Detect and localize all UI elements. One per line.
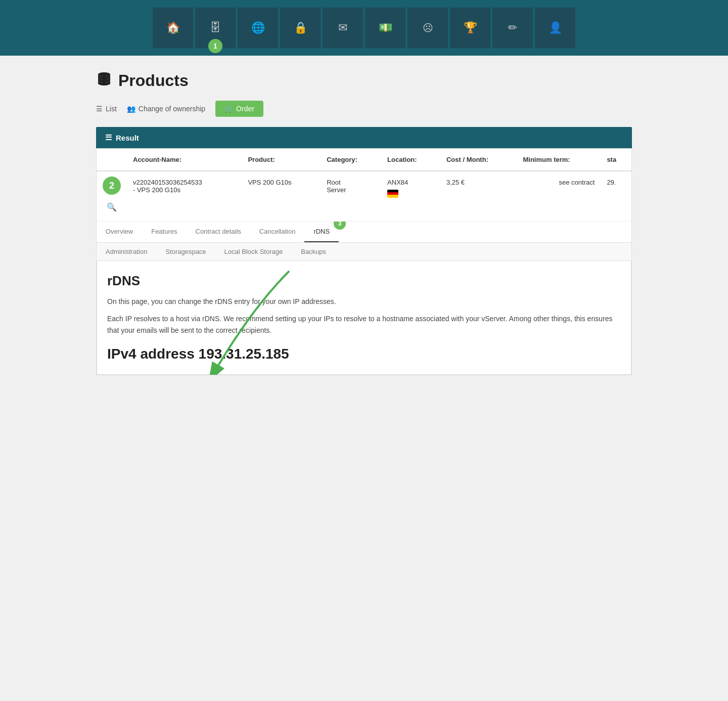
table-row: 2 🔍 v220240153036254533 - VPS 200 G10s V… — [97, 171, 631, 222]
row-location-cell: ANX84 — [381, 171, 440, 222]
nav-billing[interactable]: 💵 — [365, 8, 405, 48]
page-header: Products — [96, 71, 632, 91]
list-icon: ☰ — [96, 105, 103, 113]
order-button[interactable]: 🛒 Order — [215, 101, 263, 117]
ipv4-label: IPv4 address — [107, 346, 195, 362]
home-icon: 🏠 — [166, 21, 180, 34]
col-product: Product: — [242, 149, 321, 171]
ownership-label: Change of ownership — [139, 105, 205, 113]
category-line2: Server — [327, 186, 375, 194]
ownership-link[interactable]: 👥 Change of ownership — [127, 105, 205, 113]
nav-domains[interactable]: 🌐 — [238, 8, 278, 48]
tab-features[interactable]: Features — [142, 222, 186, 242]
ipv4-title: IPv4 address 193.31.25.185 — [107, 346, 621, 362]
sub-tab-storagespace[interactable]: Storagespace — [156, 243, 215, 260]
main-tabs: Overview Features Contract details Cance… — [97, 222, 631, 243]
lock-icon: 🔒 — [294, 21, 307, 34]
sub-tab-storagespace-label: Storagespace — [165, 248, 206, 255]
order-label: Order — [236, 105, 254, 113]
account-id: v220240153036254533 — [133, 179, 236, 186]
database-icon: 🗄 — [210, 21, 221, 34]
mail-icon: ✉ — [338, 21, 347, 34]
rdns-title: rDNS — [107, 273, 621, 289]
support-icon: ☹ — [423, 22, 433, 34]
nav-profile[interactable]: 👤 — [535, 8, 575, 48]
row-account-name-cell: v220240153036254533 - VPS 200 G10s — [127, 171, 242, 222]
nav-home[interactable]: 🏠 — [153, 8, 193, 48]
edit-icon: ✏ — [508, 21, 517, 34]
tab-rdns-label: rDNS — [313, 228, 330, 235]
row-search-button[interactable]: 🔍 — [105, 200, 119, 214]
sub-tabs: Administration Storagespace Local Block … — [97, 243, 631, 261]
tab-rdns-badge: 3 — [334, 222, 346, 230]
result-header: ☰ Result — [96, 127, 632, 148]
page-header-icon — [96, 71, 112, 91]
svg-point-0 — [98, 72, 110, 76]
col-cost: Cost / Month: — [440, 149, 517, 171]
result-label: Result — [116, 134, 139, 142]
cart-icon: 🛒 — [224, 105, 233, 113]
trophy-icon: 🏆 — [464, 21, 477, 34]
page-title: Products — [118, 71, 189, 90]
nav-security[interactable]: 🔒 — [280, 8, 321, 48]
ownership-icon: 👥 — [127, 105, 135, 113]
tab-rdns[interactable]: rDNS 3 — [304, 222, 339, 242]
tab-overview-label: Overview — [106, 228, 133, 235]
action-bar: ☰ List 👥 Change of ownership 🛒 Order — [96, 101, 632, 117]
result-table-container: Account-Name: Product: Category: Locatio… — [96, 148, 632, 375]
row-cost-cell: 3,25 € — [440, 171, 517, 222]
result-list-icon: ☰ — [105, 133, 112, 142]
row-number-badge: 2 — [103, 177, 121, 195]
top-navigation: 🏠 🗄 1 🌐 🔒 ✉ 💵 ☹ 🏆 ✏ 👤 — [0, 0, 728, 56]
sub-tab-backups[interactable]: Backups — [292, 243, 335, 260]
ipv4-section: IPv4 address 193.31.25.185 — [107, 346, 621, 362]
rdns-description-2: Each IP resolves to a host via rDNS. We … — [107, 313, 621, 336]
category-line1: Root — [327, 179, 375, 186]
sub-tab-local-block-label: Local Block Storage — [224, 248, 283, 255]
list-label: List — [106, 105, 117, 113]
profile-icon: 👤 — [549, 21, 562, 34]
sub-tab-local-block[interactable]: Local Block Storage — [215, 243, 292, 260]
nav-edit[interactable]: ✏ — [492, 8, 533, 48]
col-location: Location: — [381, 149, 440, 171]
account-name-sub: - VPS 200 G10s — [133, 186, 236, 194]
location-value: ANX84 — [387, 179, 434, 186]
row-category-cell: Root Server — [321, 171, 381, 222]
nav-awards[interactable]: 🏆 — [450, 8, 490, 48]
col-status: sta — [601, 149, 631, 171]
billing-icon: 💵 — [379, 21, 392, 34]
minimum-term-value: see contract — [523, 179, 595, 186]
tab-contract-label: Contract details — [196, 228, 241, 235]
tab-cancellation[interactable]: Cancellation — [250, 222, 305, 242]
result-table: Account-Name: Product: Category: Locatio… — [97, 149, 631, 222]
sub-tab-administration[interactable]: Administration — [97, 243, 156, 260]
sub-tab-administration-label: Administration — [106, 248, 147, 255]
row-actions-cell: 2 🔍 — [97, 171, 127, 222]
row-minimum-term-cell: see contract — [517, 171, 601, 222]
row-status-cell: 29. — [601, 171, 631, 222]
col-category: Category: — [321, 149, 381, 171]
main-content: Products ☰ List 👥 Change of ownership 🛒 … — [86, 71, 642, 375]
result-section: ☰ Result Account-Name: Product: Category… — [96, 127, 632, 375]
products-badge: 1 — [208, 39, 222, 53]
tab-features-label: Features — [151, 228, 177, 235]
tab-cancellation-label: Cancellation — [259, 228, 296, 235]
tab-overview[interactable]: Overview — [97, 222, 142, 242]
sub-tab-backups-label: Backups — [301, 248, 326, 255]
nav-products[interactable]: 🗄 1 — [195, 8, 236, 48]
nav-support[interactable]: ☹ — [407, 8, 448, 48]
ipv4-address: 193.31.25.185 — [199, 346, 289, 362]
col-account-name: Account-Name: — [127, 149, 242, 171]
col-minimum-term: Minimum term: — [517, 149, 601, 171]
germany-flag — [387, 190, 398, 198]
row-product-cell: VPS 200 G10s — [242, 171, 321, 222]
rdns-description-1: On this page, you can change the rDNS en… — [107, 296, 621, 307]
globe-icon: 🌐 — [251, 21, 265, 34]
rdns-content: rDNS On this page, you can change the rD… — [97, 261, 631, 375]
col-actions — [97, 149, 127, 171]
nav-mail[interactable]: ✉ — [323, 8, 363, 48]
tab-contract[interactable]: Contract details — [187, 222, 250, 242]
list-link[interactable]: ☰ List — [96, 105, 117, 113]
